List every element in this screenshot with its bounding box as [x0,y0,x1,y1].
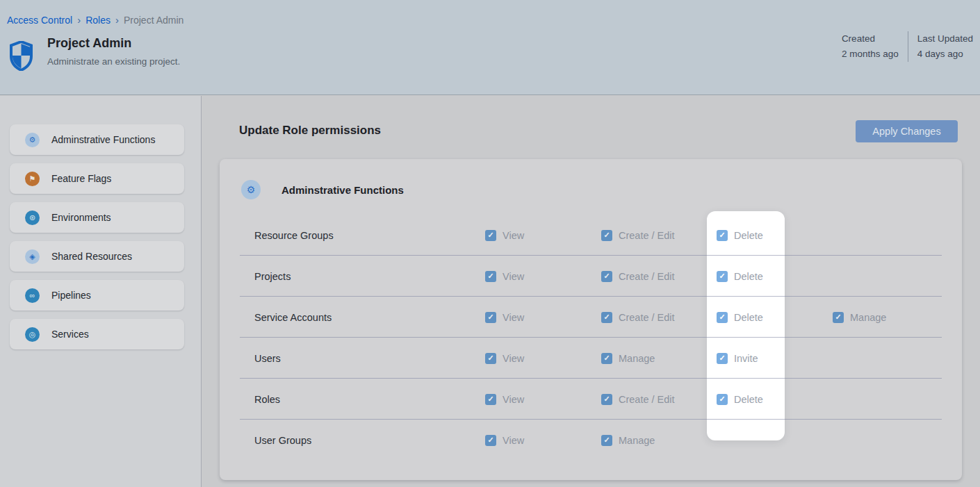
checkbox-checked-icon[interactable]: ✓ [601,230,612,241]
permission-label: Invite [734,353,758,364]
meta-divider [908,31,908,62]
permission-cell-service-accounts-delete: ✓Delete [717,312,763,323]
permission-label: Delete [734,394,763,405]
last-updated-value: 4 days ago [917,49,963,59]
permission-cell-user-groups-manage: ✓Manage [601,435,655,446]
gear-icon: ⚙ [241,180,261,199]
permission-cell-user-groups-view: ✓View [485,435,524,446]
page-header: Access Control›Roles›Project Admin Proje… [0,0,980,95]
permission-cell-service-accounts-manage: ✓Manage [833,312,886,323]
apply-changes-button[interactable]: Apply Changes [856,120,958,142]
permission-label: Manage [850,312,886,323]
permission-cell-resource-groups-view: ✓View [485,230,524,241]
checkbox-checked-icon[interactable]: ✓ [717,394,728,405]
sidebar: ⚙Adminstrative Functions⚑Feature Flags⊛E… [0,96,202,487]
checkbox-checked-icon[interactable]: ✓ [601,312,612,323]
sidebar-item-services[interactable]: ◎Services [10,319,184,349]
sidebar-item-feature-flags[interactable]: ⚑Feature Flags [10,163,184,194]
breadcrumb-separator: › [115,15,119,25]
permission-label: Manage [619,353,655,364]
permissions-table: Resource Groups✓View✓Create / Edit✓Delet… [220,215,962,461]
checkbox-checked-icon[interactable]: ✓ [717,230,728,241]
sidebar-item-environments[interactable]: ⊛Environments [10,202,184,233]
permission-label: Delete [734,230,763,241]
permission-cell-users-view: ✓View [485,353,524,364]
sidebar-item-label: Adminstrative Functions [51,134,155,145]
permission-label: Delete [734,271,763,282]
checkbox-checked-icon[interactable]: ✓ [485,271,496,282]
permission-cell-projects-view: ✓View [485,271,524,282]
breadcrumb-item-roles[interactable]: Roles [85,15,111,26]
permission-row-label: Roles [254,394,280,405]
permission-cell-service-accounts-create-edit: ✓Create / Edit [601,312,675,323]
checkbox-checked-icon[interactable]: ✓ [833,312,844,323]
checkbox-checked-icon[interactable]: ✓ [485,230,496,241]
permission-label: View [503,353,524,364]
main-panel: Update Role permissions Apply Changes ⚙ … [202,96,980,487]
permission-cell-service-accounts-view: ✓View [485,312,524,323]
header-meta: Created 2 months ago Last Updated 4 days… [842,31,973,62]
permission-row-label: User Groups [254,435,311,446]
permission-cell-projects-delete: ✓Delete [717,271,763,282]
page-subtitle: Administrate an existing project. [47,56,180,67]
checkbox-checked-icon[interactable]: ✓ [601,271,612,282]
created-label: Created [842,31,899,47]
permission-label: Create / Edit [619,230,675,241]
checkbox-checked-icon[interactable]: ✓ [601,394,612,405]
permission-label: Delete [734,312,763,323]
body-wrap: ⚙Adminstrative Functions⚑Feature Flags⊛E… [0,96,980,487]
checkbox-checked-icon[interactable]: ✓ [485,435,496,446]
sidebar-item-shared-resources[interactable]: ◈Shared Resources [10,241,184,272]
permission-cell-projects-create-edit: ✓Create / Edit [601,271,675,282]
permission-label: View [503,271,524,282]
created-meta: Created 2 months ago [842,31,899,62]
checkbox-checked-icon[interactable]: ✓ [601,353,612,364]
permission-row-projects: Projects✓View✓Create / Edit✓Delete [220,256,962,297]
checkbox-checked-icon[interactable]: ✓ [717,271,728,282]
breadcrumb-separator: › [77,15,81,25]
permission-cell-roles-create-edit: ✓Create / Edit [601,394,675,405]
created-value: 2 months ago [842,49,899,59]
checkbox-checked-icon[interactable]: ✓ [485,394,496,405]
permission-row-service-accounts: Service Accounts✓View✓Create / Edit✓Dele… [220,297,962,338]
title-block: Project Admin Administrate an existing p… [47,36,180,67]
last-updated-meta: Last Updated 4 days ago [917,31,973,62]
gear-icon: ⚙ [25,133,40,147]
permission-cell-users-manage: ✓Manage [601,353,655,364]
permission-label: View [503,394,524,405]
shield-icon [10,41,33,71]
permission-cell-roles-view: ✓View [485,394,524,405]
permission-row-label: Users [254,353,281,364]
permission-label: View [503,435,524,446]
sidebar-item-label: Environments [51,212,111,223]
shared-resources-icon: ◈ [25,249,40,264]
sidebar-item-label: Shared Resources [51,251,132,262]
checkbox-checked-icon[interactable]: ✓ [717,353,728,364]
permission-row-label: Service Accounts [254,312,332,323]
permission-label: View [503,312,524,323]
permissions-card-header: ⚙ Adminstrative Functions [241,180,404,199]
permission-row-roles: Roles✓View✓Create / Edit✓Delete [220,379,962,420]
permission-label: Manage [619,435,655,446]
checkbox-checked-icon[interactable]: ✓ [485,312,496,323]
breadcrumb-item-access-control[interactable]: Access Control [7,15,72,26]
checkbox-checked-icon[interactable]: ✓ [485,353,496,364]
checkbox-checked-icon[interactable]: ✓ [601,435,612,446]
permission-cell-resource-groups-delete: ✓Delete [717,230,763,241]
permission-row-label: Projects [254,271,291,282]
permission-label: Create / Edit [619,312,675,323]
services-icon: ◎ [25,327,40,342]
sidebar-item-pipelines[interactable]: ∞Pipelines [10,280,184,311]
sidebar-list: ⚙Adminstrative Functions⚑Feature Flags⊛E… [10,124,201,349]
sidebar-item-label: Services [51,329,89,340]
checkbox-checked-icon[interactable]: ✓ [717,312,728,323]
pipelines-icon: ∞ [25,288,40,303]
sidebar-item-adminstrative-functions[interactable]: ⚙Adminstrative Functions [10,124,184,155]
main-heading: Update Role permissions [239,124,381,138]
flag-icon: ⚑ [25,172,40,186]
breadcrumb-item-project-admin: Project Admin [124,15,183,26]
permission-cell-roles-delete: ✓Delete [717,394,763,405]
permission-row-users: Users✓View✓Manage✓Invite [220,338,962,379]
breadcrumb: Access Control›Roles›Project Admin [7,15,183,26]
permission-label: Create / Edit [619,394,675,405]
